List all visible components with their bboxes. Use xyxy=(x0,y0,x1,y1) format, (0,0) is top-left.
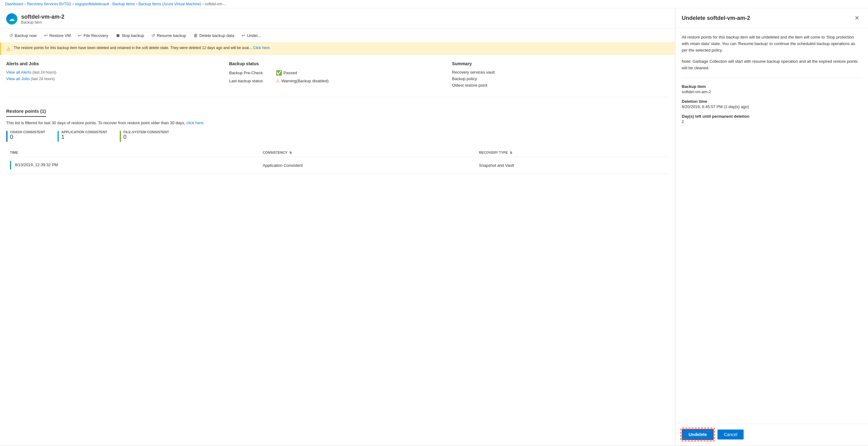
item-header: ☁ softdel-vm-am-2 Backup Item xyxy=(0,8,675,29)
app-count: 1 xyxy=(61,134,107,140)
crash-consistent: CRASH CONSISTENT 0 xyxy=(6,130,45,142)
pre-check-row: Backup Pre-Check ✅ Passed xyxy=(229,70,446,76)
breadcrumb-backup-items[interactable]: Backup Items (Azure Virtual Machine) xyxy=(139,2,201,6)
breadcrumb-current: softdel-vm-... xyxy=(205,2,226,6)
summary-title: Summary xyxy=(452,61,669,66)
recovery-sort-icon: ⇅ xyxy=(510,151,512,155)
resume-backup-button[interactable]: ↺ Resume backup xyxy=(148,31,189,40)
restore-vm-button[interactable]: ↩ Restore VM xyxy=(41,31,74,40)
warning-link[interactable]: Click here. xyxy=(253,46,271,50)
view-all-alerts-link[interactable]: View all Alerts (last 24 hours) xyxy=(6,70,223,74)
backup-item-label: Backup item xyxy=(682,84,862,89)
info-columns: Alerts and Jobs View all Alerts (last 24… xyxy=(6,61,669,90)
breadcrumb-recovery[interactable]: Recovery Services BVTD2 xyxy=(27,2,71,6)
cloud-icon: ☁ xyxy=(6,13,18,25)
crash-count: 0 xyxy=(10,134,45,140)
warn-icon: ⚠ xyxy=(276,78,280,83)
undelete-panel: Undelete softdel-vm-am-2 ✕ All restore p… xyxy=(675,8,868,445)
crash-bar xyxy=(6,131,7,142)
pre-check-value: ✅ Passed xyxy=(276,70,297,76)
restore-points-title: Restore points (1) xyxy=(6,108,46,117)
consistency-sort-icon: ⇅ xyxy=(289,151,292,155)
last-backup-row: Last backup status ⚠ Warning(Backup disa… xyxy=(229,78,446,83)
backup-item-value: softdel-vm-am-2 xyxy=(682,90,862,94)
warning-banner: ⚠ The restore points for this backup ite… xyxy=(0,42,675,55)
row-consistency: Application Consistent xyxy=(259,157,475,174)
panel-actions: Undelete Cancel xyxy=(676,424,868,445)
stop-backup-button[interactable]: ⏹ Stop backup xyxy=(113,31,147,40)
resume-backup-icon: ↺ xyxy=(151,33,155,38)
toolbar: ↺ Backup now ↩ Restore VM ↩ File Recover… xyxy=(0,29,675,42)
panel-content: All restore points for this backup item … xyxy=(676,28,868,424)
days-left-info: Day(s) left until permanent deletion 2 xyxy=(682,114,862,124)
col-time: TIME xyxy=(6,148,259,157)
alerts-jobs-section: Alerts and Jobs View all Alerts (last 24… xyxy=(6,61,223,90)
deletion-time-info: Deletion time 8/20/2019, 6:45:57 PM (1 d… xyxy=(682,99,862,109)
restore-points-section: Restore points (1) This list is filtered… xyxy=(0,108,675,180)
undelete-toolbar-button[interactable]: ↩ Undel... xyxy=(239,31,264,40)
page-subtitle: Backup Item xyxy=(21,20,64,25)
panel-title: Undelete softdel-vm-am-2 xyxy=(682,15,750,22)
undelete-toolbar-icon: ↩ xyxy=(242,33,245,38)
pre-check-label: Backup Pre-Check xyxy=(229,70,276,75)
days-left-value: 2 xyxy=(682,119,862,124)
warning-icon: ⚠ xyxy=(6,46,10,52)
app-bar xyxy=(58,131,59,142)
last-backup-value: ⚠ Warning(Backup disabled) xyxy=(276,78,329,83)
item-icon: ☁ xyxy=(6,13,18,25)
cancel-button[interactable]: Cancel xyxy=(717,430,744,440)
fs-bar xyxy=(120,131,121,142)
fs-label: FILE-SYSTEM CONSISTENT xyxy=(123,130,169,134)
file-recovery-button[interactable]: ↩ File Recovery xyxy=(75,31,111,40)
breadcrumb: Dashboard › Recovery Services BVTD2 › so… xyxy=(0,0,868,8)
section-divider xyxy=(6,97,669,97)
restore-table: TIME CONSISTENCY ⇅ RECOVERY TYPE ⇅ xyxy=(6,148,669,174)
col-consistency[interactable]: CONSISTENCY ⇅ xyxy=(259,148,475,157)
deletion-time-label: Deletion time xyxy=(682,99,862,104)
delete-backup-icon: 🗑 xyxy=(193,33,198,38)
panel-desc-2: Note: Garbage Collection will start with… xyxy=(682,58,862,71)
last-backup-label: Last backup status xyxy=(229,78,276,83)
backup-now-icon: ↺ xyxy=(9,33,13,38)
view-all-jobs-link[interactable]: View all Jobs (last 24 hours) xyxy=(6,76,223,81)
fs-consistent: FILE-SYSTEM CONSISTENT 0 xyxy=(120,130,169,142)
panel-desc-1: All restore points for this backup item … xyxy=(682,34,862,54)
restore-vm-icon: ↩ xyxy=(44,33,48,38)
app-consistent: APPLICATION CONSISTENT 1 xyxy=(58,130,107,142)
panel-info-divider xyxy=(682,78,862,78)
summary-oldest[interactable]: Oldest restore point xyxy=(452,83,669,88)
file-recovery-icon: ↩ xyxy=(78,33,82,38)
restore-points-link[interactable]: click here. xyxy=(186,121,205,125)
row-indicator xyxy=(10,161,11,170)
panel-header: Undelete softdel-vm-am-2 ✕ xyxy=(676,8,868,28)
backup-item-info: Backup item softdel-vm-am-2 xyxy=(682,84,862,94)
deletion-time-value: 8/20/2019, 6:45:57 PM (1 day(s) ago) xyxy=(682,104,862,109)
ok-icon: ✅ xyxy=(276,70,282,76)
col-recovery-type[interactable]: RECOVERY TYPE ⇅ xyxy=(475,148,669,157)
undelete-button[interactable]: Undelete xyxy=(682,429,714,440)
consistency-bars: CRASH CONSISTENT 0 APPLICATION CONSISTEN… xyxy=(6,130,669,142)
table-row[interactable]: 8/13/2019, 12:39:32 PM Application Consi… xyxy=(6,157,669,174)
summary-policy[interactable]: Backup policy xyxy=(452,76,669,81)
breadcrumb-dashboard[interactable]: Dashboard xyxy=(5,2,23,6)
app-label: APPLICATION CONSISTENT xyxy=(61,130,107,134)
fs-count: 0 xyxy=(123,134,169,140)
alerts-jobs-title: Alerts and Jobs xyxy=(6,61,223,66)
backup-status-title: Backup status xyxy=(229,61,446,66)
days-left-label: Day(s) left until permanent deletion xyxy=(682,114,862,118)
summary-section: Summary Recovery services vault Backup p… xyxy=(452,61,669,90)
breadcrumb-vault[interactable]: sogupsoftdeletevault - Backup items xyxy=(75,2,135,6)
crash-label: CRASH CONSISTENT xyxy=(10,130,45,134)
summary-vault[interactable]: Recovery services vault xyxy=(452,70,669,74)
delete-backup-button[interactable]: 🗑 Delete backup data xyxy=(190,31,237,40)
row-recovery-type: Snapshot and Vault xyxy=(475,157,669,174)
row-time: 8/13/2019, 12:39:32 PM xyxy=(6,157,259,174)
main-content: ☁ softdel-vm-am-2 Backup Item ↺ Backup n… xyxy=(0,8,675,445)
close-button[interactable]: ✕ xyxy=(852,13,862,23)
backup-now-button[interactable]: ↺ Backup now xyxy=(6,31,40,40)
restore-points-desc: This list is filtered for last 30 days o… xyxy=(6,121,669,125)
backup-status-section: Backup status Backup Pre-Check ✅ Passed … xyxy=(229,61,446,90)
page-title: softdel-vm-am-2 xyxy=(21,14,64,20)
stop-backup-icon: ⏹ xyxy=(116,33,120,38)
warning-text: The restore points for this backup item … xyxy=(14,46,252,50)
